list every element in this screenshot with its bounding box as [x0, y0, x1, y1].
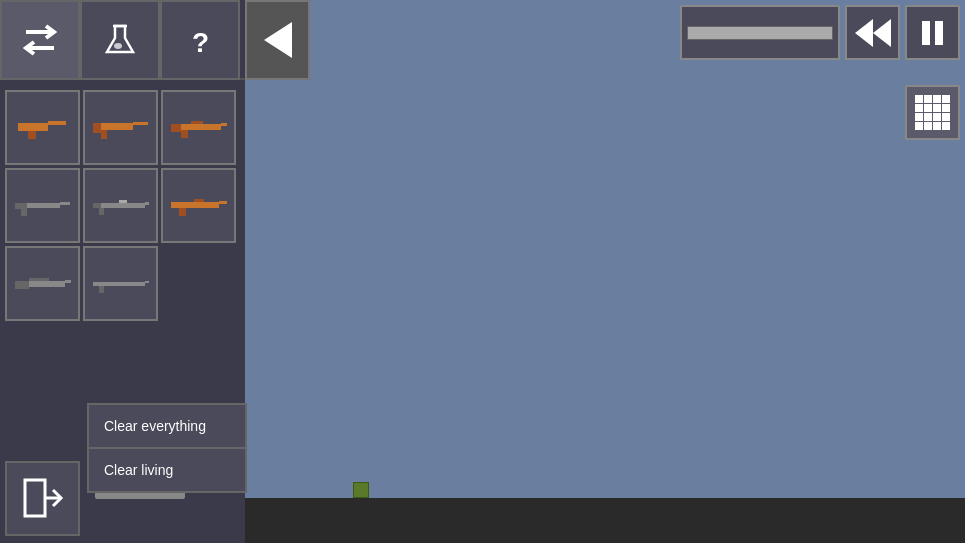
svg-point-1: [114, 43, 122, 49]
rewind-button[interactable]: [845, 5, 900, 60]
swap-icon: [22, 22, 58, 58]
weapon-slot-6[interactable]: [161, 168, 236, 243]
assault-rifle-icon: [169, 113, 229, 143]
help-icon: ?: [182, 22, 218, 58]
weapon-slot-3[interactable]: [161, 90, 236, 165]
carbine-icon: [91, 269, 151, 299]
weapon-slot-4[interactable]: [5, 168, 80, 243]
progress-bar-container: [680, 5, 840, 60]
clear-living-button[interactable]: Clear living: [88, 448, 246, 492]
sidebar: ?: [0, 0, 245, 543]
shotgun-icon: [13, 191, 73, 221]
swap-button[interactable]: [0, 0, 80, 80]
context-menu: Clear everything Clear living: [87, 403, 247, 493]
weapon-slot-1[interactable]: [5, 90, 80, 165]
smg-icon: [91, 113, 151, 143]
exit-button[interactable]: [5, 461, 80, 536]
help-button[interactable]: ?: [160, 0, 240, 80]
weapon-slot-7[interactable]: [5, 246, 80, 321]
svg-rect-8: [101, 130, 107, 139]
svg-rect-31: [29, 278, 49, 281]
back-button[interactable]: [245, 0, 310, 80]
svg-rect-34: [99, 286, 104, 293]
machine-gun-icon: [13, 269, 73, 299]
svg-rect-24: [171, 202, 219, 208]
game-area: [245, 0, 965, 543]
svg-rect-32: [93, 282, 145, 286]
svg-rect-17: [21, 208, 27, 216]
svg-rect-16: [60, 202, 70, 205]
weapon-grid: [0, 85, 245, 326]
svg-rect-14: [191, 121, 203, 124]
svg-rect-18: [15, 203, 27, 209]
rewind-icon: [855, 19, 891, 47]
weapon-slot-8[interactable]: [83, 246, 158, 321]
weapon-slot-2[interactable]: [83, 90, 158, 165]
svg-rect-20: [145, 202, 149, 205]
svg-rect-4: [48, 121, 66, 125]
ground: [245, 498, 965, 543]
pistol-icon: [13, 113, 73, 143]
pause-icon: [922, 21, 943, 45]
exit-icon: [21, 476, 65, 520]
svg-rect-33: [145, 281, 149, 283]
flask-button[interactable]: [80, 0, 160, 80]
svg-rect-22: [119, 200, 127, 203]
svg-rect-27: [194, 199, 204, 202]
toolbar: ?: [0, 0, 245, 80]
svg-rect-5: [28, 131, 36, 139]
svg-rect-13: [171, 124, 181, 132]
svg-rect-7: [133, 122, 148, 125]
back-arrow-icon: [264, 22, 292, 58]
sniper-icon: [91, 191, 151, 221]
svg-text:?: ?: [192, 27, 209, 58]
svg-rect-29: [65, 280, 71, 283]
svg-rect-3: [18, 123, 48, 131]
svg-rect-25: [219, 201, 227, 204]
svg-rect-23: [93, 203, 101, 208]
svg-rect-21: [99, 208, 104, 215]
weapon-slot-5[interactable]: [83, 168, 158, 243]
svg-rect-35: [25, 480, 45, 516]
grid-icon: [915, 95, 950, 130]
svg-rect-11: [221, 123, 227, 126]
grid-toggle-button[interactable]: [905, 85, 960, 140]
flask-icon: [102, 22, 138, 58]
svg-rect-30: [15, 281, 29, 289]
rifle2-icon: [169, 191, 229, 221]
progress-bar: [687, 26, 833, 40]
svg-rect-12: [181, 130, 188, 138]
pause-button[interactable]: [905, 5, 960, 60]
player-character: [353, 482, 369, 498]
svg-rect-9: [93, 123, 101, 133]
clear-everything-button[interactable]: Clear everything: [88, 404, 246, 448]
top-right-controls: [680, 5, 960, 60]
svg-rect-26: [179, 208, 186, 216]
